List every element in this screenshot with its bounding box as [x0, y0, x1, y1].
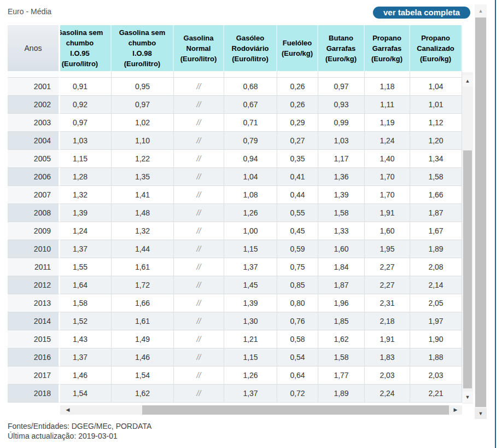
column-header: Butano Garrafas (Euro/kg)	[318, 25, 365, 71]
year-cell	[8, 71, 60, 78]
value-cell: 1,61	[112, 312, 174, 330]
value-cell: 1,21	[224, 330, 277, 348]
value-cell: //	[174, 96, 224, 114]
value-cell: 1,32	[112, 222, 174, 240]
value-cell: 1,91	[365, 204, 410, 222]
value-cell: //	[174, 186, 224, 204]
year-cell: 2003	[8, 114, 60, 132]
value-cell: 1,61	[112, 258, 174, 276]
scroll-up-icon[interactable]: ▲	[462, 75, 473, 86]
column-header: Gasolina Normal (Euro/litro)	[174, 25, 224, 71]
value-cell: 1,90	[410, 330, 462, 348]
value-cell: //	[174, 204, 224, 222]
vertical-scrollbar-thumb[interactable]	[463, 150, 472, 388]
value-cell: 1,66	[410, 186, 462, 204]
value-cell: //	[174, 276, 224, 294]
value-cell: 1,26	[224, 204, 277, 222]
value-cell: 0,29	[277, 114, 318, 132]
value-cell: 1,17	[318, 150, 365, 168]
value-cell: 1,12	[410, 114, 462, 132]
value-cell: //	[174, 78, 224, 96]
value-cell: 1,32	[60, 186, 112, 204]
value-cell: 1,37	[60, 240, 112, 258]
value-cell: 1,60	[365, 222, 410, 240]
column-header: Propano Garrafas (Euro/kg)	[365, 25, 410, 71]
value-cell: 1,24	[365, 132, 410, 150]
value-cell: 1,49	[112, 330, 174, 348]
table-horizontal-scrollbar[interactable]: ◀ ▶	[60, 405, 462, 415]
value-cell: //	[174, 222, 224, 240]
table-row: 20151,431,49//1,210,581,621,911,90	[8, 330, 462, 348]
column-header: Gasolina sem chumbo I.O.95 (Euro/litro)	[60, 25, 112, 71]
value-cell: 0,99	[318, 114, 365, 132]
value-cell: 0,67	[224, 96, 277, 114]
value-cell	[60, 71, 112, 78]
value-cell: 1,24	[60, 222, 112, 240]
value-cell: 2,27	[365, 258, 410, 276]
value-cell	[174, 71, 224, 78]
value-cell: 0,76	[277, 312, 318, 330]
page-scroll-down-icon[interactable]: ▼	[475, 408, 487, 419]
table-vertical-scrollbar[interactable]: ▲ ▼	[462, 72, 473, 404]
value-cell: //	[174, 348, 224, 366]
ver-tabela-completa-button[interactable]: ver tabela completa	[373, 7, 470, 19]
page-vertical-scrollbar[interactable]: ▲ ▼	[475, 4, 487, 419]
horizontal-scrollbar-thumb[interactable]	[142, 405, 452, 415]
value-cell: 1,48	[112, 204, 174, 222]
value-cell	[224, 71, 277, 78]
value-cell: 1,15	[224, 348, 277, 366]
scroll-down-icon[interactable]: ▼	[462, 392, 473, 403]
table-body: 20010,910,95//0,680,260,971,181,0420020,…	[8, 71, 462, 403]
table-row: 20141,521,61//1,300,761,852,181,97	[8, 312, 462, 330]
value-cell: 1,43	[60, 330, 112, 348]
value-cell: 0,95	[112, 78, 174, 96]
page-scrollbar-thumb[interactable]	[475, 18, 486, 407]
value-cell: 2,31	[365, 294, 410, 312]
value-cell: 1,19	[365, 114, 410, 132]
value-cell: 0,64	[277, 366, 318, 385]
value-cell	[112, 71, 174, 78]
value-cell: //	[174, 132, 224, 150]
value-cell: 1,20	[410, 132, 462, 150]
scroll-right-icon[interactable]: ▶	[449, 405, 462, 415]
value-cell: //	[174, 168, 224, 186]
table-row: 20101,371,44//1,150,591,601,951,89	[8, 240, 462, 258]
year-cell: 2002	[8, 96, 60, 114]
value-cell: //	[174, 330, 224, 348]
value-cell: 1,00	[224, 222, 277, 240]
value-cell: 1,58	[318, 348, 365, 366]
value-cell: 1,02	[112, 114, 174, 132]
value-cell: //	[174, 240, 224, 258]
value-cell: 1,44	[112, 240, 174, 258]
value-cell: 0,97	[112, 96, 174, 114]
value-cell: 1,04	[410, 78, 462, 96]
value-cell: 0,26	[277, 96, 318, 114]
value-cell: 0,85	[277, 276, 318, 294]
value-cell: 1,11	[365, 96, 410, 114]
year-cell: 2001	[8, 78, 60, 96]
value-cell: 1,97	[410, 312, 462, 330]
value-cell: 0,68	[224, 78, 277, 96]
table-row: 20030,971,02//0,710,290,991,191,12	[8, 114, 462, 132]
value-cell: 1,01	[410, 96, 462, 114]
last-update-note: Última actualização: 2019-03-01	[8, 431, 151, 441]
value-cell: 0,79	[224, 132, 277, 150]
value-cell: 0,54	[277, 348, 318, 366]
year-cell: 2012	[8, 276, 60, 294]
value-cell: 1,03	[318, 132, 365, 150]
table-row: 20061,281,35//1,040,411,361,701,58	[8, 168, 462, 186]
value-cell: 2,21	[410, 385, 462, 403]
value-cell: 0,71	[224, 114, 277, 132]
value-cell: 0,80	[277, 294, 318, 312]
value-cell: 1,87	[410, 204, 462, 222]
value-cell: 1,96	[318, 294, 365, 312]
value-cell: 1,26	[224, 366, 277, 385]
value-cell: 1,46	[60, 366, 112, 385]
value-cell: //	[174, 385, 224, 403]
table-row: 20081,391,48//1,260,551,581,911,87	[8, 204, 462, 222]
table-header-row: Anos Gasolina sem chumbo I.O.95 (Euro/li…	[8, 25, 462, 71]
scroll-left-icon[interactable]: ◀	[61, 405, 74, 415]
page-scroll-up-icon[interactable]: ▲	[475, 5, 487, 16]
value-cell: 1,04	[224, 168, 277, 186]
value-cell: 1,77	[318, 366, 365, 385]
